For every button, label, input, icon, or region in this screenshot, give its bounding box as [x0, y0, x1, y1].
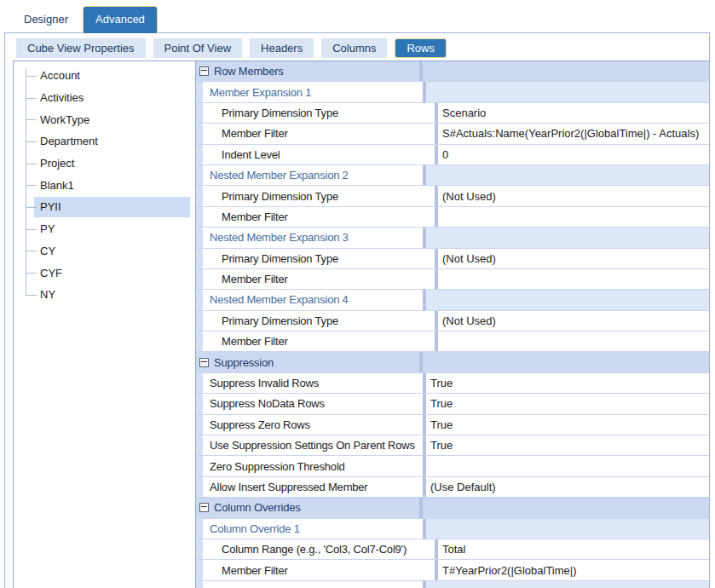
grid-property-row[interactable]: Indent Level0: [196, 145, 709, 165]
collapse-icon[interactable]: [199, 503, 209, 512]
property-value: Scenario: [442, 107, 486, 119]
tree-item-py[interactable]: PY: [14, 218, 195, 240]
property-label: Member Filter: [222, 210, 288, 223]
property-name-cell: Column Range (e.g., 'Col3, Col7-Col9'): [203, 539, 435, 559]
tree-item-pyii[interactable]: PYII: [14, 196, 195, 218]
tree-item-label: WorkType: [40, 113, 89, 126]
property-value-cell[interactable]: True: [426, 415, 709, 435]
property-value-cell[interactable]: 0: [438, 145, 709, 164]
tree-item-label: Department: [40, 135, 98, 147]
primary-tab-bar: DesignerAdvanced: [12, 6, 158, 33]
grid-section-row[interactable]: Suppression: [196, 352, 709, 372]
grid-subheader-row[interactable]: Member Expansion 1: [196, 82, 709, 102]
property-label: Member Filter: [222, 273, 288, 285]
tab-designer[interactable]: Designer: [12, 6, 80, 32]
property-name-cell: [203, 581, 423, 588]
property-value-cell[interactable]: [438, 331, 709, 351]
property-label: Suppress NoData Rows: [210, 397, 325, 410]
property-name-cell: Primary Dimension Type: [203, 186, 435, 205]
grid-property-row[interactable]: Primary Dimension Type(Not Used): [196, 249, 709, 269]
grid-property-row[interactable]: Allow Insert Suppressed Member(Use Defau…: [196, 477, 709, 498]
grid-property-row[interactable]: Member Filter: [196, 207, 709, 228]
property-value-cell[interactable]: T#YearPrior2(|GlobalTime|): [438, 560, 709, 579]
grid-property-row[interactable]: Zero Suppression Threshold: [196, 456, 709, 476]
property-value: T#YearPrior2(|GlobalTime|): [442, 564, 577, 577]
property-value: (Not Used): [442, 190, 496, 203]
group-indent-strip: [196, 477, 203, 497]
grid-property-row[interactable]: Primary Dimension TypeScenario: [196, 103, 709, 124]
tree-item-cy[interactable]: CY: [14, 240, 195, 262]
property-value-cell[interactable]: True: [426, 394, 709, 413]
grid-property-row[interactable]: Member FilterS#Actuals:Name(YearPrior2(|…: [196, 124, 709, 144]
tree-item-cyf[interactable]: CYF: [14, 262, 195, 284]
tab-cube-view-properties[interactable]: Cube View Properties: [16, 38, 146, 58]
grid-property-row[interactable]: Member Filter: [196, 269, 709, 290]
grid-property-row[interactable]: Column Range (e.g., 'Col3, Col7-Col9')To…: [196, 539, 709, 560]
group-indent-strip: [196, 519, 203, 539]
property-label: Primary Dimension Type: [222, 107, 338, 119]
property-value-cell[interactable]: [438, 269, 709, 289]
property-value-cell[interactable]: (Use Default): [426, 477, 709, 497]
tree-item-account[interactable]: Account: [14, 65, 195, 87]
tab-headers[interactable]: Headers: [250, 38, 314, 58]
property-name-cell: Primary Dimension Type: [203, 103, 435, 123]
grid-subheader-row[interactable]: Nested Member Expansion 3: [196, 228, 709, 248]
property-value-cell: [426, 290, 709, 309]
tree-item-ny[interactable]: NY: [14, 284, 195, 306]
grid-property-row[interactable]: Suppress Zero RowsTrue: [196, 415, 709, 435]
property-value-cell[interactable]: Total: [438, 539, 709, 559]
property-value-cell[interactable]: [426, 456, 709, 476]
property-value: True: [430, 418, 453, 431]
tree-branch-icon: [26, 164, 37, 164]
grid-property-row[interactable]: Member FilterT#YearPrior2(|GlobalTime|): [196, 560, 709, 580]
property-value-cell[interactable]: Scenario: [438, 103, 709, 123]
property-name-cell: Zero Suppression Threshold: [203, 456, 423, 476]
grid-section-row[interactable]: Row Members: [196, 61, 709, 82]
grid-property-row[interactable]: Use Suppression Settings On Parent RowsT…: [196, 435, 709, 456]
property-value-cell[interactable]: (Not Used): [438, 311, 709, 331]
collapse-icon[interactable]: [199, 66, 209, 76]
tree-item-blank1[interactable]: Blank1: [14, 174, 195, 196]
grid-subheader-row[interactable]: Nested Member Expansion 2: [196, 165, 709, 186]
secondary-tab-bar: Cube View PropertiesPoint Of ViewHeaders…: [16, 38, 447, 58]
property-value-cell[interactable]: S#Actuals:Name(YearPrior2(|GlobalTime|) …: [438, 124, 709, 143]
property-value-cell[interactable]: (Not Used): [438, 249, 709, 268]
property-label: Row Members: [214, 65, 284, 78]
group-indent-strip: [196, 228, 203, 247]
tree-branch-icon: [26, 229, 37, 230]
property-label: Suppression: [214, 356, 274, 369]
grid-property-row[interactable]: Member Filter: [196, 331, 709, 352]
group-indent-strip: [196, 415, 203, 435]
property-name-cell: Suppress Zero Rows: [203, 415, 423, 435]
property-value-cell[interactable]: (Not Used): [438, 186, 709, 205]
grid-subheader-row[interactable]: [196, 581, 709, 588]
property-label: Primary Dimension Type: [222, 252, 338, 265]
property-value-cell: [423, 352, 709, 372]
property-value-cell[interactable]: True: [426, 435, 709, 455]
grid-property-row[interactable]: Suppress NoData RowsTrue: [196, 394, 709, 414]
tab-columns[interactable]: Columns: [321, 38, 387, 58]
grid-property-row[interactable]: Primary Dimension Type(Not Used): [196, 186, 709, 206]
tree-item-department[interactable]: Department: [14, 130, 195, 153]
group-indent-strip: [196, 373, 203, 393]
tree-branch-icon: [26, 273, 37, 274]
grid-subheader-row[interactable]: Nested Member Expansion 4: [196, 290, 709, 310]
tab-point-of-view[interactable]: Point Of View: [153, 38, 243, 58]
tree-item-worktype[interactable]: WorkType: [14, 108, 195, 130]
tree-item-activities[interactable]: Activities: [14, 87, 195, 109]
tab-advanced[interactable]: Advanced: [83, 6, 158, 33]
tree-branch-icon: [26, 251, 37, 251]
property-value-cell[interactable]: [438, 207, 709, 227]
grid-property-row[interactable]: Primary Dimension Type(Not Used): [196, 311, 709, 331]
tab-rows[interactable]: Rows: [395, 38, 447, 58]
property-value-cell: [423, 498, 709, 517]
property-value-cell[interactable]: True: [426, 373, 709, 393]
grid-subheader-row[interactable]: Column Override 1: [196, 519, 709, 539]
grid-property-row[interactable]: Suppress Invalid RowsTrue: [196, 373, 709, 394]
group-indent-strip: [196, 435, 203, 455]
collapse-icon[interactable]: [199, 358, 209, 367]
grid-section-row[interactable]: Column Overrides: [196, 498, 709, 518]
tree-item-project[interactable]: Project: [14, 153, 195, 175]
property-value-cell: [426, 581, 709, 588]
tree-branch-icon: [26, 98, 37, 99]
